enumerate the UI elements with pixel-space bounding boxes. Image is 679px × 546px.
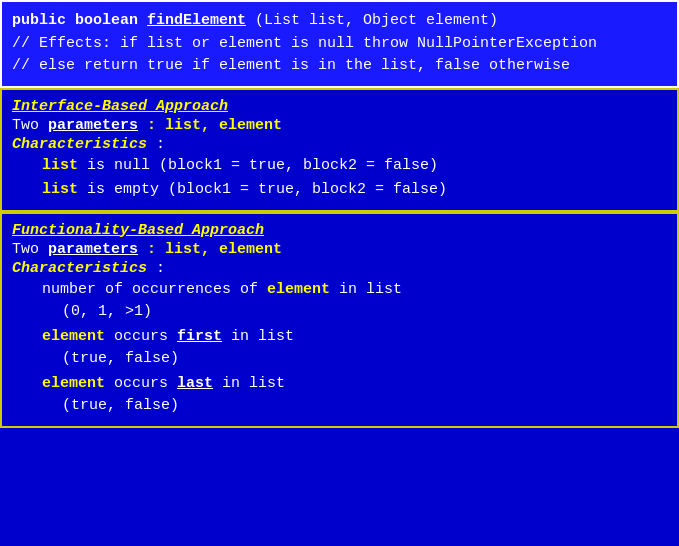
comment1: // Effects: if list or element is null t… [12, 33, 667, 56]
interface-based-title: Interface-Based Approach [12, 98, 667, 115]
list-text-2: is empty (block1 = true, block2 = false) [78, 181, 447, 198]
func-text-last1: occurs [105, 375, 177, 392]
list-text-1: is null (block1 = true, block2 = false) [78, 157, 438, 174]
func-text-in: in list [330, 281, 402, 298]
first-values: (true, false) [62, 350, 179, 367]
params-values: : list, element [138, 117, 282, 134]
element-yellow-3: element [42, 375, 105, 392]
func-char-sub-2: (true, false) [12, 348, 667, 371]
last-bold: last [177, 375, 213, 392]
interface-char-item-2: list is empty (block1 = true, block2 = f… [12, 179, 667, 202]
func-text-first2: in list [222, 328, 294, 345]
func-text-last2: in list [213, 375, 285, 392]
func-char-sub-1: (0, 1, >1) [12, 301, 667, 324]
element-yellow-2: element [42, 328, 105, 345]
header-section: public boolean findElement (List list, O… [0, 0, 679, 88]
func-characteristics-line: Characteristics : [12, 260, 667, 277]
method-signature: public boolean findElement (List list, O… [12, 10, 667, 33]
func-text-num: number of occurrences of [42, 281, 267, 298]
func-char-item-1: number of occurrences of element in list [12, 279, 667, 302]
func-params-bold: parameters [48, 241, 138, 258]
func-params-line: Two parameters : list, element [12, 241, 667, 258]
func-char-sub-3: (true, false) [12, 395, 667, 418]
first-bold: first [177, 328, 222, 345]
method-prefix: public boolean [12, 12, 147, 29]
interface-params-line: Two parameters : list, element [12, 117, 667, 134]
params-bold: parameters [48, 117, 138, 134]
func-params-prefix: Two [12, 241, 48, 258]
occurrences-values: (0, 1, >1) [62, 303, 152, 320]
comment2: // else return true if element is in the… [12, 55, 667, 78]
list-yellow-2: list [42, 181, 78, 198]
func-char-item-2: element occurs first in list [12, 326, 667, 349]
char-colon-1: : [147, 136, 165, 153]
interface-based-section: Interface-Based Approach Two parameters … [0, 88, 679, 212]
functionality-based-title: Functionality-Based Approach [12, 222, 667, 239]
interface-characteristics-line: Characteristics : [12, 136, 667, 153]
functionality-based-section: Functionality-Based Approach Two paramet… [0, 212, 679, 428]
interface-char-item-1: list is null (block1 = true, block2 = fa… [12, 155, 667, 178]
char-label-1: Characteristics [12, 136, 147, 153]
method-params: (List list, Object element) [246, 12, 498, 29]
params-prefix: Two [12, 117, 48, 134]
method-name: findElement [147, 12, 246, 29]
func-text-first1: occurs [105, 328, 177, 345]
char-colon-2: : [147, 260, 165, 277]
last-values: (true, false) [62, 397, 179, 414]
func-params-values: : list, element [138, 241, 282, 258]
char-label-2: Characteristics [12, 260, 147, 277]
list-yellow-1: list [42, 157, 78, 174]
func-char-item-3: element occurs last in list [12, 373, 667, 396]
element-yellow-1: element [267, 281, 330, 298]
